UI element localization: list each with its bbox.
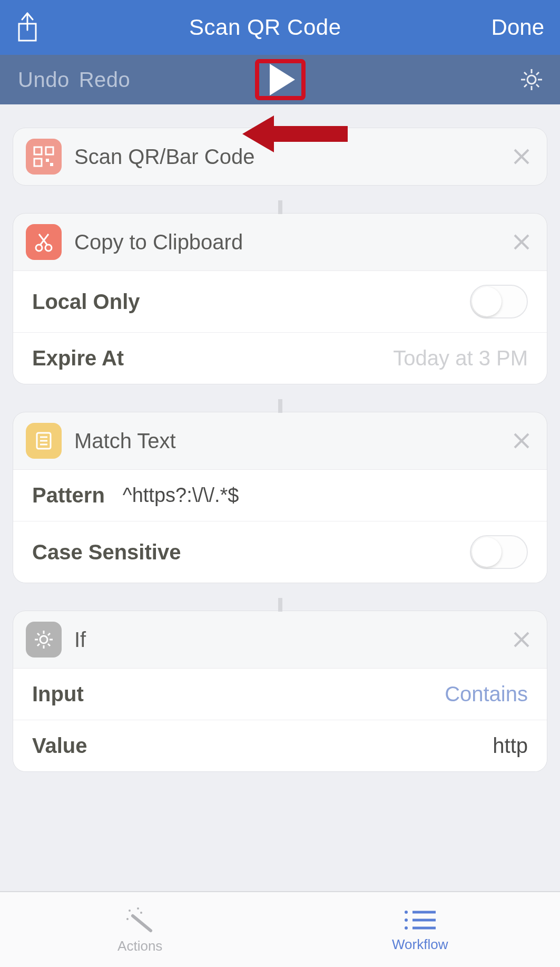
- action-title: Scan QR/Bar Code: [74, 145, 496, 169]
- svg-point-44: [126, 918, 129, 920]
- delete-action-button[interactable]: [509, 627, 534, 652]
- qr-icon: [26, 139, 62, 175]
- delete-action-button[interactable]: [509, 428, 534, 453]
- action-card-scan-qr[interactable]: Scan QR/Bar Code: [13, 128, 547, 186]
- svg-rect-15: [50, 163, 53, 166]
- param-label: Local Only: [32, 290, 140, 314]
- tab-actions[interactable]: Actions: [0, 892, 280, 967]
- param-label: Input: [32, 682, 84, 706]
- svg-point-47: [405, 918, 408, 922]
- svg-line-36: [48, 644, 50, 646]
- svg-point-30: [40, 636, 47, 643]
- navbar: Scan QR Code Done: [0, 0, 560, 55]
- toolbar: Undo Redo: [0, 55, 560, 104]
- action-card-match-text[interactable]: Match Text Pattern ^https?:\/\/.*$ Case …: [13, 412, 547, 583]
- param-pattern[interactable]: Pattern ^https?:\/\/.*$: [13, 470, 547, 521]
- action-title: Match Text: [74, 429, 496, 453]
- svg-line-8: [536, 72, 539, 75]
- svg-point-1: [527, 75, 536, 84]
- svg-line-20: [40, 234, 48, 245]
- svg-rect-11: [34, 147, 42, 154]
- list-icon: [401, 907, 439, 933]
- share-button[interactable]: [16, 12, 39, 43]
- tab-workflow[interactable]: Workflow: [280, 892, 561, 967]
- done-button[interactable]: Done: [492, 15, 544, 40]
- svg-line-21: [39, 234, 47, 245]
- play-button[interactable]: [255, 59, 306, 100]
- svg-point-18: [36, 245, 42, 251]
- settings-button[interactable]: [519, 67, 544, 92]
- document-icon: [26, 423, 62, 459]
- param-value-row[interactable]: Value http: [13, 720, 547, 771]
- svg-point-42: [129, 910, 131, 912]
- svg-line-7: [536, 84, 539, 87]
- scissors-icon: [26, 224, 62, 260]
- tab-label: Workflow: [392, 936, 448, 953]
- param-value: http: [493, 734, 528, 758]
- param-local-only: Local Only: [13, 271, 547, 332]
- action-title: If: [74, 628, 496, 652]
- connector: [13, 598, 547, 612]
- svg-rect-12: [46, 147, 53, 154]
- gear-icon: [26, 622, 62, 657]
- svg-point-45: [140, 912, 142, 914]
- svg-point-46: [405, 911, 408, 914]
- local-only-toggle[interactable]: [470, 285, 528, 318]
- wand-icon: [123, 905, 157, 935]
- tab-bar: Actions Workflow: [0, 891, 560, 967]
- svg-point-19: [45, 245, 52, 251]
- action-title: Copy to Clipboard: [74, 230, 496, 254]
- connector: [13, 200, 547, 214]
- svg-line-35: [37, 633, 40, 635]
- param-value: ^https?:\/\/.*$: [123, 484, 239, 507]
- redo-button[interactable]: Redo: [79, 68, 131, 92]
- svg-rect-14: [46, 159, 49, 162]
- param-input[interactable]: Input Contains: [13, 669, 547, 720]
- case-sensitive-toggle[interactable]: [470, 535, 528, 569]
- svg-line-6: [524, 72, 527, 75]
- svg-line-38: [37, 644, 40, 646]
- delete-action-button[interactable]: [509, 144, 534, 169]
- svg-rect-13: [34, 159, 42, 166]
- param-label: Expire At: [32, 346, 124, 370]
- connector: [13, 399, 547, 413]
- svg-line-9: [524, 84, 527, 87]
- param-case-sensitive: Case Sensitive: [13, 521, 547, 583]
- delete-action-button[interactable]: [509, 229, 534, 255]
- param-label: Value: [32, 734, 87, 758]
- param-label: Pattern: [32, 484, 105, 507]
- page-title: Scan QR Code: [189, 15, 341, 40]
- param-label: Case Sensitive: [32, 540, 181, 564]
- svg-point-48: [405, 926, 408, 930]
- undo-button[interactable]: Undo: [18, 68, 70, 92]
- action-card-copy-clipboard[interactable]: Copy to Clipboard Local Only Expire At T…: [13, 213, 547, 384]
- param-value: Today at 3 PM: [393, 346, 528, 370]
- param-value: Contains: [445, 682, 528, 706]
- action-card-if[interactable]: If Input Contains Value http: [13, 611, 547, 772]
- svg-line-41: [133, 916, 151, 931]
- play-icon: [270, 64, 295, 95]
- svg-point-43: [137, 907, 139, 910]
- tab-label: Actions: [117, 938, 162, 954]
- workflow-canvas: Scan QR/Bar Code Copy to Clipboard Local…: [0, 104, 560, 891]
- svg-line-37: [48, 633, 50, 635]
- param-expire-at[interactable]: Expire At Today at 3 PM: [13, 332, 547, 384]
